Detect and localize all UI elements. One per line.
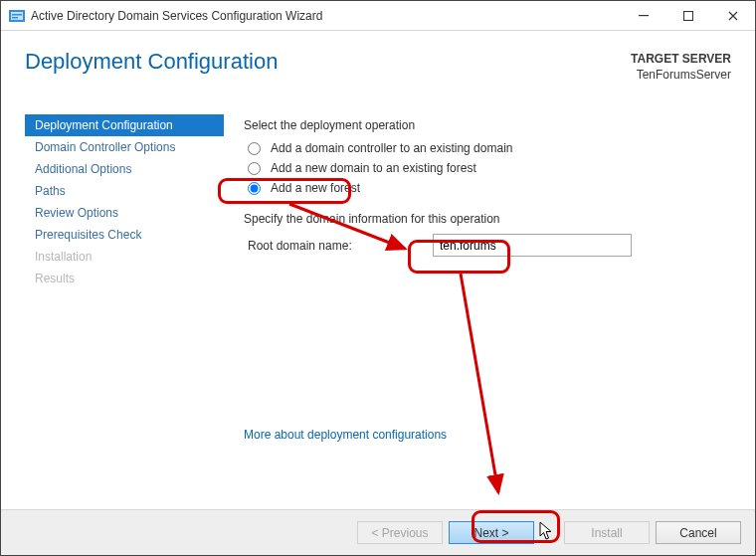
footer: < Previous Next > Install Cancel — [1, 509, 755, 555]
maximize-button[interactable] — [665, 1, 710, 31]
radio-label: Add a new forest — [271, 181, 360, 195]
radio-input-add-forest[interactable] — [248, 182, 261, 195]
page-title: Deployment Configuration — [25, 49, 278, 75]
app-icon — [9, 8, 25, 24]
install-button: Install — [564, 521, 650, 544]
svg-rect-4 — [639, 15, 649, 16]
radio-input-add-dc[interactable] — [248, 142, 261, 155]
sidebar-item-results: Results — [25, 268, 224, 289]
target-server-info: TARGET SERVER TenForumsServer — [631, 49, 731, 83]
radio-label: Add a new domain to an existing forest — [271, 161, 476, 175]
root-domain-label: Root domain name: — [244, 239, 433, 253]
svg-rect-5 — [683, 11, 692, 20]
close-button[interactable] — [710, 1, 755, 31]
sidebar: Deployment Configuration Domain Controll… — [25, 110, 224, 498]
sidebar-item-dc-options[interactable]: Domain Controller Options — [25, 136, 224, 158]
radio-input-add-domain[interactable] — [248, 162, 261, 175]
sidebar-item-additional-options[interactable]: Additional Options — [25, 158, 224, 180]
annotation-arrow-2 — [455, 272, 514, 502]
header-row: Deployment Configuration TARGET SERVER T… — [1, 31, 755, 110]
sidebar-item-review-options[interactable]: Review Options — [25, 202, 224, 224]
root-domain-input[interactable] — [433, 234, 632, 257]
sidebar-item-paths[interactable]: Paths — [25, 180, 224, 202]
root-domain-row: Root domain name: — [244, 234, 731, 257]
more-about-link[interactable]: More about deployment configurations — [244, 428, 447, 442]
cancel-button[interactable]: Cancel — [656, 521, 741, 544]
sidebar-item-installation: Installation — [25, 246, 224, 268]
target-server-value: TenForumsServer — [631, 67, 731, 83]
main-area: Deployment Configuration Domain Controll… — [1, 110, 755, 498]
minimize-button[interactable] — [621, 1, 665, 31]
previous-button: < Previous — [357, 521, 443, 544]
content-pane: Select the deployment operation Add a do… — [224, 110, 731, 498]
select-operation-label: Select the deployment operation — [244, 118, 731, 132]
svg-rect-2 — [12, 14, 22, 16]
sidebar-item-prereq-check[interactable]: Prerequisites Check — [25, 224, 224, 246]
radio-add-new-forest[interactable]: Add a new forest — [244, 178, 731, 198]
svg-rect-1 — [11, 12, 23, 20]
radio-add-domain-existing-forest[interactable]: Add a new domain to an existing forest — [244, 158, 731, 178]
window-title: Active Directory Domain Services Configu… — [31, 9, 621, 23]
titlebar: Active Directory Domain Services Configu… — [1, 1, 755, 31]
radio-label: Add a domain controller to an existing d… — [271, 141, 512, 155]
specify-domain-label: Specify the domain information for this … — [244, 212, 731, 226]
next-button[interactable]: Next > — [449, 521, 534, 544]
target-server-label: TARGET SERVER — [631, 51, 731, 67]
radio-add-dc-existing-domain[interactable]: Add a domain controller to an existing d… — [244, 138, 731, 158]
sidebar-item-deployment-config[interactable]: Deployment Configuration — [25, 114, 224, 136]
svg-rect-3 — [12, 17, 18, 19]
